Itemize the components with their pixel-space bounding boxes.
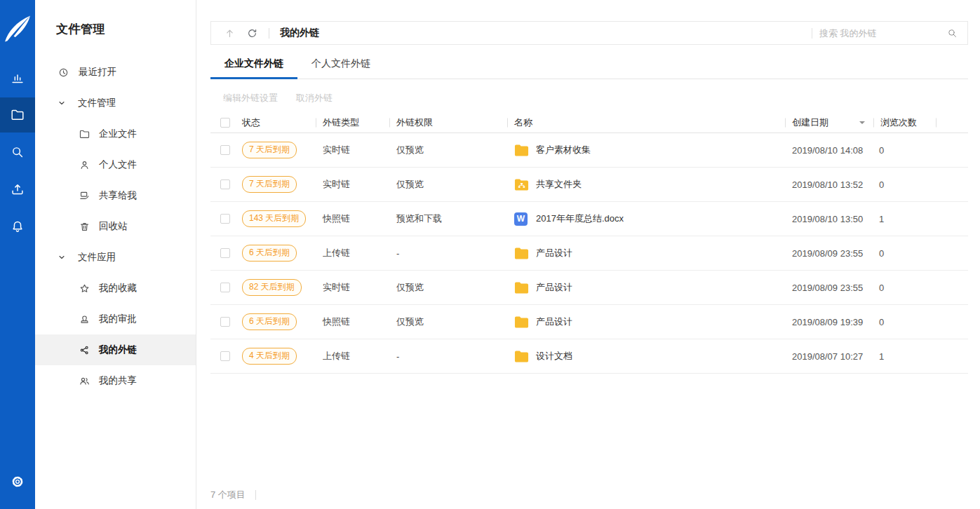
table-row[interactable]: 6 天后到期快照链仅预览产品设计2019/08/09 19:390 <box>210 305 968 339</box>
bar-chart-icon <box>10 70 25 86</box>
table-body: 7 天后到期实时链仅预览客户素材收集2019/08/10 14:0807 天后到… <box>196 133 980 374</box>
header-created-date[interactable]: 创建日期 <box>785 113 873 133</box>
search-input[interactable] <box>812 28 946 39</box>
sidebar-item[interactable]: 共享给我 <box>35 180 196 211</box>
view-count: 0 <box>873 248 937 259</box>
app-logo[interactable] <box>0 11 35 46</box>
table-row[interactable]: 7 天后到期实时链仅预览客户素材收集2019/08/10 14:080 <box>210 133 968 168</box>
link-permission: - <box>389 351 507 362</box>
table-row[interactable]: 143 天后到期快照链预览和下载W2017年年度总结.docx2019/08/1… <box>210 202 968 236</box>
rail-item-upload[interactable] <box>0 172 35 207</box>
sidebar-item[interactable]: 文件应用 <box>35 242 196 273</box>
file-name: 设计文档 <box>536 350 572 362</box>
status-badge: 82 天后到期 <box>242 279 302 296</box>
row-checkbox[interactable] <box>220 248 230 258</box>
main-panel: 我的外链 企业文件外链 个人文件外链 编辑外链设置 取消外链 状态 外链类型 外… <box>196 0 980 509</box>
header-status: 状态 <box>237 113 316 133</box>
refresh-icon <box>246 27 258 39</box>
sidebar-item-label: 最近打开 <box>79 66 116 79</box>
sidebar-item[interactable]: 我的收藏 <box>35 273 196 304</box>
folder-fill-icon <box>514 350 529 363</box>
row-checkbox[interactable] <box>220 214 230 224</box>
app-window: 文件管理 最近打开文件管理企业文件个人文件共享给我回收站文件应用我的收藏我的审批… <box>0 0 980 509</box>
header-view-count: 浏览次数 <box>873 113 937 133</box>
table-row[interactable]: 7 天后到期实时链仅预览共享文件夹2019/08/10 13:520 <box>210 168 968 202</box>
rail-item-analytics[interactable] <box>0 60 35 95</box>
table-row[interactable]: 82 天后到期实时链仅预览产品设计2019/08/09 23:550 <box>210 271 968 305</box>
navigate-up-button[interactable] <box>224 27 236 39</box>
edit-link-settings-button[interactable]: 编辑外链设置 <box>223 92 278 104</box>
rail-item-search[interactable] <box>0 135 35 170</box>
clock-icon <box>58 67 69 79</box>
link-type: 快照链 <box>316 315 389 328</box>
sidebar-item-label: 我的共享 <box>99 374 137 387</box>
rail-item-files[interactable] <box>0 97 35 133</box>
link-type: 实时链 <box>316 281 389 294</box>
file-name: 产品设计 <box>536 315 572 328</box>
folder-fill-icon <box>514 281 529 294</box>
sidebar-item-label: 企业文件 <box>99 128 137 140</box>
bell-icon <box>10 219 25 234</box>
created-date: 2019/08/09 23:55 <box>785 283 873 293</box>
row-checkbox[interactable] <box>220 317 230 327</box>
settings-button[interactable] <box>0 464 35 499</box>
stamp-icon <box>79 313 90 325</box>
sidebar-item-label: 回收站 <box>99 220 128 233</box>
link-permission: 仅预览 <box>389 315 507 328</box>
breadcrumb: 我的外链 <box>280 27 319 39</box>
row-checkbox[interactable] <box>220 283 230 292</box>
link-type: 实时链 <box>316 178 389 191</box>
view-count: 0 <box>873 179 937 190</box>
sidebar-item[interactable]: 我的外链 <box>35 334 196 365</box>
person-icon <box>79 159 90 171</box>
row-checkbox[interactable] <box>220 145 230 155</box>
sidebar-item[interactable]: 回收站 <box>35 211 196 242</box>
select-all-checkbox[interactable] <box>220 118 230 128</box>
table-row[interactable]: 4 天后到期上传链-设计文档2019/08/07 10:271 <box>210 339 968 374</box>
sidebar-item-label: 共享给我 <box>99 189 137 202</box>
sidebar-item[interactable]: 个人文件 <box>35 149 196 180</box>
toolbar-divider <box>269 28 269 39</box>
view-count: 1 <box>873 351 937 362</box>
upload-icon <box>10 182 25 197</box>
sidebar-item[interactable]: 企业文件 <box>35 118 196 149</box>
file-name: 共享文件夹 <box>536 178 582 191</box>
sidebar-item[interactable]: 我的共享 <box>35 365 196 396</box>
table-row[interactable]: 6 天后到期上传链-产品设计2019/08/09 23:550 <box>210 236 968 271</box>
link-permission: 仅预览 <box>389 281 507 294</box>
created-date: 2019/08/07 10:27 <box>785 351 873 362</box>
row-checkbox[interactable] <box>220 179 230 189</box>
sidebar-item[interactable]: 文件管理 <box>35 88 196 118</box>
status-badge: 143 天后到期 <box>242 210 306 227</box>
search-icon[interactable] <box>946 27 958 39</box>
page-title: 文件管理 <box>56 21 196 37</box>
chevron-down-icon <box>58 253 66 262</box>
link-permission: - <box>389 248 507 259</box>
refresh-button[interactable] <box>246 27 258 39</box>
created-date: 2019/08/09 19:39 <box>785 317 873 327</box>
tab-personal-links[interactable]: 个人文件外链 <box>297 50 384 79</box>
star-icon <box>79 283 90 294</box>
row-checkbox[interactable] <box>220 351 230 361</box>
share-to-me-icon <box>79 190 90 202</box>
file-name: 产品设计 <box>536 281 572 294</box>
shared-folder-icon <box>514 178 529 191</box>
link-permission: 仅预览 <box>389 144 507 156</box>
up-arrow-icon <box>224 27 236 39</box>
sidebar-item[interactable]: 最近打开 <box>35 57 196 88</box>
folder-outline-icon <box>79 128 90 140</box>
status-badge: 7 天后到期 <box>242 142 297 158</box>
rail-item-notifications[interactable] <box>0 209 35 244</box>
link-type: 实时链 <box>316 144 389 156</box>
sort-caret-down-icon <box>859 121 865 127</box>
feather-logo-icon <box>0 11 35 46</box>
view-count: 1 <box>873 214 937 224</box>
left-rail <box>0 0 35 509</box>
link-permission: 仅预览 <box>389 178 507 191</box>
sidebar-item[interactable]: 我的审批 <box>35 304 196 334</box>
users-icon <box>79 375 90 387</box>
cancel-link-button[interactable]: 取消外链 <box>296 92 333 104</box>
created-date: 2019/08/10 13:52 <box>785 179 873 190</box>
tab-enterprise-links[interactable]: 企业文件外链 <box>210 50 297 79</box>
sidebar-item-label: 我的收藏 <box>99 282 137 294</box>
